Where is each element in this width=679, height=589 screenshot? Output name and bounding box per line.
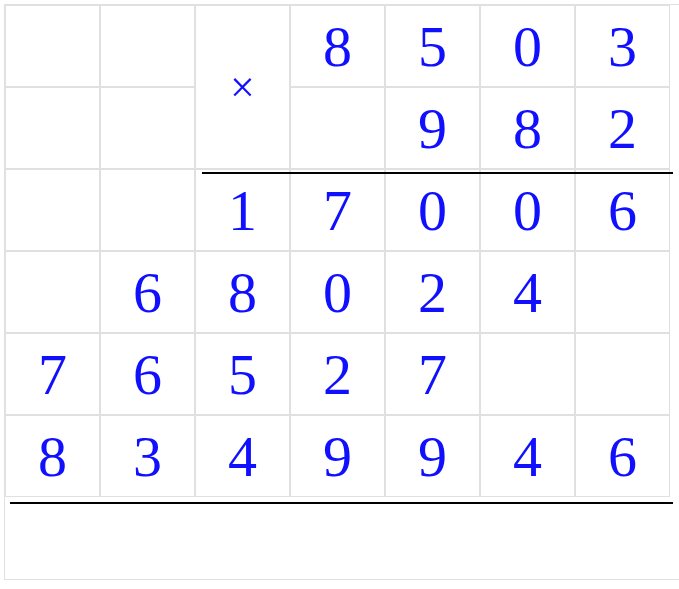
cell-r2c6: 8 <box>480 87 575 169</box>
cell-r6c4: 9 <box>290 415 385 497</box>
cell-r6c7: 6 <box>575 415 670 497</box>
grid: × 8 5 0 3 9 8 2 1 7 0 0 6 6 8 0 2 4 7 6 … <box>4 4 679 580</box>
cell-r3c4: 7 <box>290 169 385 251</box>
cell-r6c6: 4 <box>480 415 575 497</box>
cell-r1c2 <box>100 5 195 87</box>
cell-r5c6 <box>480 333 575 415</box>
cell-r4c5: 2 <box>385 251 480 333</box>
cell-r2c2 <box>100 87 195 169</box>
cell-r6c5: 9 <box>385 415 480 497</box>
cell-r5c7 <box>575 333 670 415</box>
cell-r4c1 <box>5 251 100 333</box>
cell-r5c4: 2 <box>290 333 385 415</box>
cell-r6c3: 4 <box>195 415 290 497</box>
cell-r3c6: 0 <box>480 169 575 251</box>
cell-r2c7: 2 <box>575 87 670 169</box>
cell-r5c3: 5 <box>195 333 290 415</box>
cell-r3c2 <box>100 169 195 251</box>
operands-rule <box>202 172 673 174</box>
cell-r3c1 <box>5 169 100 251</box>
multiply-symbol: × <box>195 5 290 169</box>
cell-r1c6: 0 <box>480 5 575 87</box>
cell-r4c2: 6 <box>100 251 195 333</box>
cell-r1c1 <box>5 5 100 87</box>
cell-r4c7 <box>575 251 670 333</box>
cell-r2c5: 9 <box>385 87 480 169</box>
cell-r2c1 <box>5 87 100 169</box>
cell-r4c6: 4 <box>480 251 575 333</box>
cell-r3c3: 1 <box>195 169 290 251</box>
sum-rule <box>10 502 673 504</box>
cell-r3c5: 0 <box>385 169 480 251</box>
cell-r5c5: 7 <box>385 333 480 415</box>
cell-r6c1: 8 <box>5 415 100 497</box>
cell-r1c5: 5 <box>385 5 480 87</box>
cell-r4c3: 8 <box>195 251 290 333</box>
cell-r3c7: 6 <box>575 169 670 251</box>
cell-r5c2: 6 <box>100 333 195 415</box>
cell-r2c4 <box>290 87 385 169</box>
cell-r5c1: 7 <box>5 333 100 415</box>
cell-r1c4: 8 <box>290 5 385 87</box>
cell-r6c2: 3 <box>100 415 195 497</box>
cell-r1c7: 3 <box>575 5 670 87</box>
multiplication-layout: × 8 5 0 3 9 8 2 1 7 0 0 6 6 8 0 2 4 7 6 … <box>4 4 679 580</box>
cell-r4c4: 0 <box>290 251 385 333</box>
